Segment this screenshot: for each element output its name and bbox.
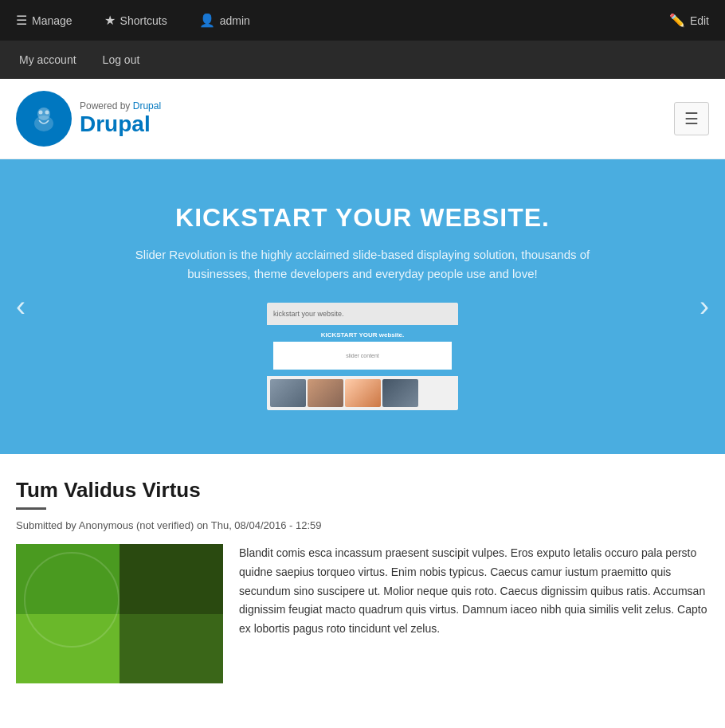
- slider-thumb-1: [270, 379, 306, 407]
- hero-section: ‹ KICKSTART YOUR WEBSITE. Slider Revolut…: [0, 159, 725, 454]
- img-quadrant-2: [120, 544, 223, 614]
- img-quadrant-4: [120, 614, 223, 684]
- drupal-drop-icon: [28, 103, 60, 135]
- hero-subtitle: Slider Revolution is the highly acclaime…: [104, 245, 621, 284]
- svg-point-3: [45, 111, 49, 115]
- slider-nested: KICKSTART YOUR website. slider content: [267, 325, 458, 376]
- svg-point-1: [37, 108, 50, 120]
- site-name: Drupal: [80, 112, 161, 137]
- slider-prev-button[interactable]: ‹: [8, 282, 33, 331]
- shortcuts-label: Shortcuts: [120, 14, 167, 27]
- slider-thumb-2: [308, 379, 343, 407]
- hero-content: KICKSTART YOUR WEBSITE. Slider Revolutio…: [104, 203, 621, 410]
- admin-label: admin: [220, 14, 250, 27]
- site-logo: Powered by Drupal Drupal: [16, 91, 161, 147]
- slider-next-button[interactable]: ›: [692, 282, 717, 331]
- slider-preview: kickstart your website. KICKSTART YOUR w…: [267, 303, 458, 410]
- manage-button[interactable]: ☰ Manage: [8, 8, 80, 33]
- slider-nested-inner: slider content: [273, 342, 452, 370]
- admin-toolbar: ☰ Manage ★ Shortcuts 👤 admin ✏️ Edit: [0, 0, 725, 41]
- nav-toggle-button[interactable]: ☰: [674, 102, 709, 135]
- slider-inner-placeholder: slider content: [346, 353, 379, 358]
- img-arc-decoration: [24, 552, 120, 648]
- article-body: Blandit comis esca incassum praesent sus…: [16, 544, 709, 683]
- edit-button[interactable]: ✏️ Edit: [661, 8, 717, 33]
- star-icon: ★: [104, 13, 116, 28]
- article-meta: Submitted by Anonymous (not verified) on…: [16, 519, 709, 531]
- site-name-wrap: Powered by Drupal Drupal: [80, 100, 161, 137]
- hamburger-icon: ☰: [16, 13, 27, 28]
- manage-label: Manage: [32, 14, 72, 27]
- log-out-link[interactable]: Log out: [92, 47, 151, 72]
- article-text: Blandit comis esca incassum praesent sus…: [239, 544, 709, 683]
- drupal-link[interactable]: Drupal: [133, 100, 161, 112]
- slider-top-text: kickstart your website.: [273, 310, 344, 318]
- article-title-underline: [16, 507, 46, 510]
- svg-point-2: [39, 111, 43, 115]
- slider-thumbnails: [267, 376, 458, 410]
- slider-thumb-4: [382, 379, 418, 407]
- powered-by-text: Powered by Drupal: [80, 100, 161, 112]
- hero-title: KICKSTART YOUR WEBSITE.: [104, 203, 621, 233]
- shortcuts-button[interactable]: ★ Shortcuts: [96, 8, 175, 33]
- article-title: Tum Validus Virtus: [16, 478, 709, 503]
- admin-user-button[interactable]: 👤 admin: [191, 8, 258, 33]
- article-image: [16, 544, 223, 683]
- content-section: Tum Validus Virtus Submitted by Anonymou…: [0, 454, 725, 699]
- drupal-logo: [16, 91, 72, 147]
- pencil-icon: ✏️: [669, 13, 685, 28]
- slider-thumb-3: [345, 379, 381, 407]
- slider-nested-title: KICKSTART YOUR website.: [273, 331, 452, 339]
- site-header: Powered by Drupal Drupal ☰: [0, 79, 725, 159]
- user-icon: 👤: [199, 13, 215, 28]
- my-account-link[interactable]: My account: [8, 47, 88, 72]
- edit-label: Edit: [690, 14, 709, 27]
- toolbar-right: ✏️ Edit: [661, 8, 717, 33]
- secondary-nav: My account Log out: [0, 41, 725, 79]
- slider-top-bar: kickstart your website.: [267, 303, 458, 325]
